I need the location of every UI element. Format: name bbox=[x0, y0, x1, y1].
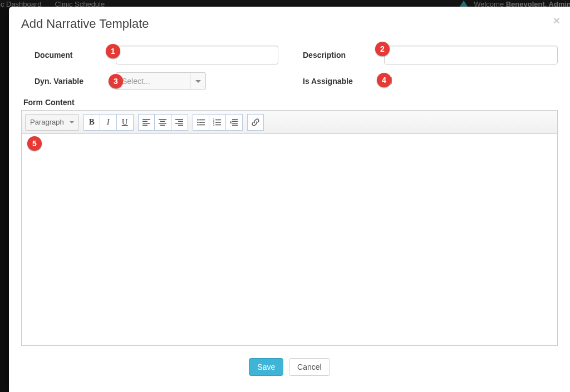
dyn-variable-select[interactable]: Select... bbox=[116, 72, 206, 90]
bold-button[interactable]: B bbox=[83, 114, 100, 131]
outdent-icon bbox=[230, 118, 238, 126]
close-button[interactable]: × bbox=[553, 14, 560, 26]
ordered-list-button[interactable]: 123 bbox=[209, 114, 226, 131]
description-label: Description bbox=[289, 51, 384, 59]
document-label: Document bbox=[21, 51, 116, 59]
align-left-button[interactable] bbox=[138, 114, 155, 131]
align-center-button[interactable] bbox=[155, 114, 171, 131]
svg-rect-9 bbox=[215, 122, 221, 123]
svg-rect-5 bbox=[199, 124, 205, 125]
link-button[interactable] bbox=[247, 114, 264, 131]
dyn-variable-label: Dyn. Variable bbox=[21, 77, 116, 86]
svg-point-4 bbox=[197, 124, 199, 126]
svg-text:3: 3 bbox=[213, 123, 215, 126]
form-content-label: Form Content bbox=[23, 98, 558, 107]
is-assignable-label: Is Assignable bbox=[289, 77, 384, 86]
annotation-marker-2: 2 bbox=[375, 42, 390, 56]
align-right-icon bbox=[175, 118, 183, 126]
editor-toolbar: Paragraph B I U bbox=[22, 111, 557, 134]
unordered-list-button[interactable] bbox=[193, 114, 209, 131]
format-select[interactable]: Paragraph bbox=[25, 114, 79, 131]
save-button[interactable]: Save bbox=[249, 358, 283, 376]
rich-text-editor: Paragraph B I U bbox=[21, 110, 558, 346]
annotation-marker-5: 5 bbox=[27, 136, 42, 151]
svg-rect-7 bbox=[215, 119, 221, 120]
outdent-button[interactable] bbox=[226, 114, 243, 131]
align-center-icon bbox=[159, 118, 166, 126]
svg-rect-3 bbox=[199, 122, 205, 123]
description-input[interactable] bbox=[384, 46, 558, 64]
chevron-down-icon bbox=[190, 73, 205, 90]
cancel-button[interactable]: Cancel bbox=[289, 358, 330, 376]
annotation-marker-3: 3 bbox=[109, 74, 123, 88]
annotation-marker-1: 1 bbox=[106, 44, 120, 58]
chevron-down-icon bbox=[70, 121, 74, 123]
document-input[interactable] bbox=[116, 46, 278, 64]
add-narrative-template-modal: × Add Narrative Template 1 2 3 4 5 Docum… bbox=[9, 7, 570, 392]
link-icon bbox=[252, 118, 259, 126]
numbered-list-icon: 123 bbox=[213, 118, 221, 126]
align-right-button[interactable] bbox=[171, 114, 188, 131]
align-left-icon bbox=[142, 118, 150, 126]
svg-rect-1 bbox=[199, 119, 205, 120]
bullet-list-icon bbox=[197, 118, 205, 126]
annotation-marker-4: 4 bbox=[377, 73, 391, 87]
modal-title: Add Narrative Template bbox=[21, 17, 558, 31]
editor-content-area[interactable] bbox=[22, 134, 557, 345]
svg-point-2 bbox=[197, 121, 199, 123]
italic-button[interactable]: I bbox=[100, 114, 117, 131]
svg-rect-11 bbox=[215, 124, 221, 125]
modal-actions: Save Cancel bbox=[21, 358, 558, 376]
format-select-label: Paragraph bbox=[30, 118, 64, 126]
svg-point-0 bbox=[197, 119, 199, 121]
underline-button[interactable]: U bbox=[117, 114, 134, 131]
dyn-variable-placeholder: Select... bbox=[116, 77, 190, 86]
